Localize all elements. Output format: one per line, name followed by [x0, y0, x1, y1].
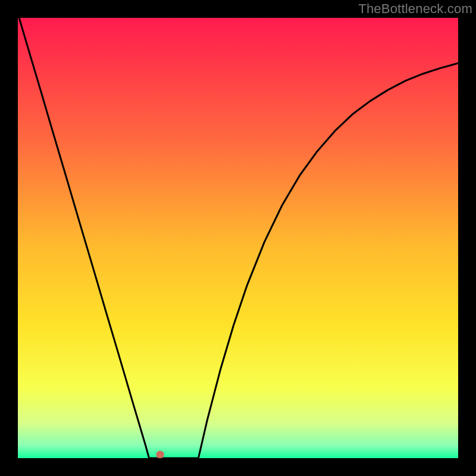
plot-area — [18, 18, 458, 458]
chart-container: TheBottleneck.com — [0, 0, 476, 476]
chart-svg — [18, 18, 458, 458]
watermark: TheBottleneck.com — [358, 1, 472, 17]
